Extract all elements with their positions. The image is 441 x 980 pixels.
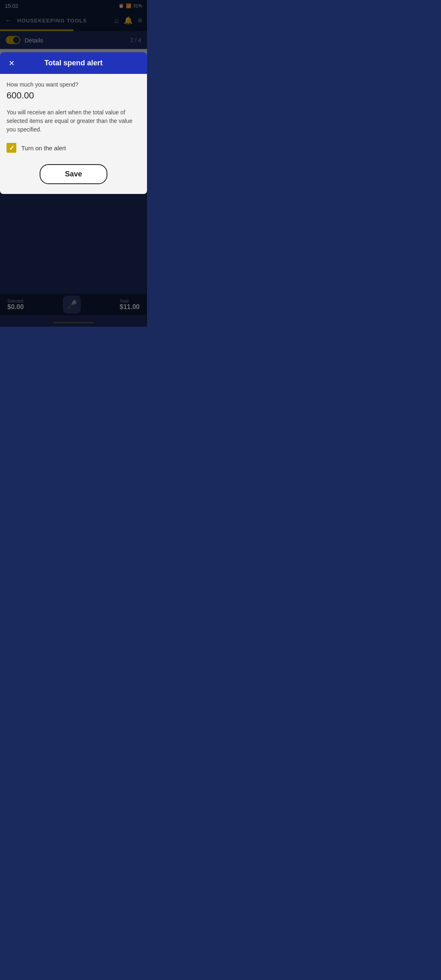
checkbox-check-icon: ✓ xyxy=(9,144,14,152)
modal-body: How much you want spend? 600.00 You will… xyxy=(0,74,147,194)
modal-close-button[interactable]: ✕ xyxy=(6,58,17,69)
save-button-container: Save xyxy=(7,164,140,184)
modal-value[interactable]: 600.00 xyxy=(7,90,140,101)
modal-question: How much you want spend? xyxy=(7,81,140,88)
alert-checkbox[interactable]: ✓ xyxy=(7,143,16,153)
modal-description: You will receive an alert when the total… xyxy=(7,108,140,134)
modal-title: Total spend alert xyxy=(45,59,103,67)
modal-checkbox-row: ✓ Turn on the alert xyxy=(7,143,140,153)
save-button[interactable]: Save xyxy=(40,164,107,184)
modal: ✕ Total spend alert How much you want sp… xyxy=(0,52,147,194)
alert-checkbox-label: Turn on the alert xyxy=(21,145,66,151)
modal-header: ✕ Total spend alert xyxy=(0,52,147,74)
